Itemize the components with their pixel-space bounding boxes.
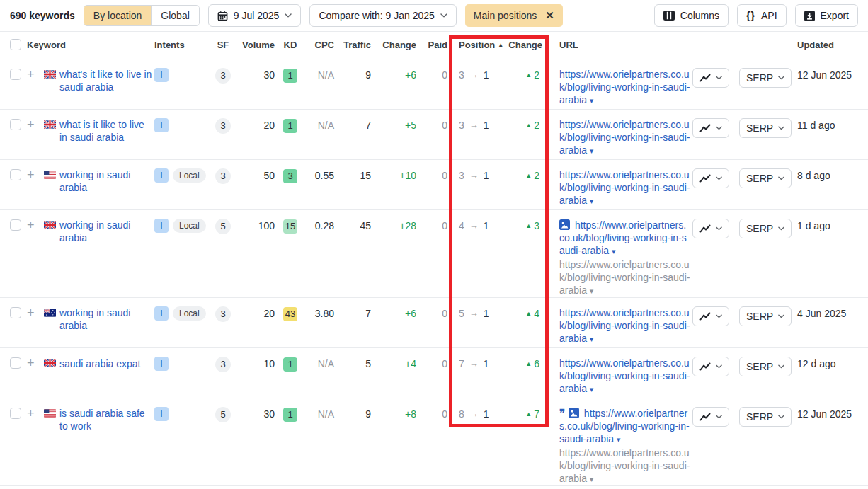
- kd-badge: 1: [283, 119, 297, 133]
- column-header-url[interactable]: URL: [559, 40, 692, 51]
- position-to: 1: [484, 407, 489, 421]
- volume-value: 10: [236, 357, 275, 371]
- traffic-value: 7: [334, 118, 371, 132]
- column-header-intents[interactable]: Intents: [154, 40, 210, 51]
- row-checkbox[interactable]: [10, 357, 21, 369]
- column-header-paid[interactable]: Paid: [416, 40, 447, 51]
- keyword-link[interactable]: working in saudi arabia: [59, 168, 154, 194]
- primary-url: ❞ https://www.orielpartners.co.uk/blog/l…: [559, 118, 691, 157]
- compare-label: Compare with: 9 Jan 2025: [319, 10, 434, 21]
- row-checkbox[interactable]: [10, 169, 21, 180]
- intents-cell: I: [154, 68, 210, 82]
- add-icon[interactable]: +: [27, 218, 35, 232]
- chevron-down-icon: [716, 314, 722, 318]
- add-icon[interactable]: +: [27, 168, 35, 182]
- add-icon[interactable]: +: [27, 306, 35, 320]
- intents-cell: ILocal: [154, 219, 210, 233]
- url-link[interactable]: https://www.orielpartners.co.uk/blog/liv…: [559, 69, 690, 105]
- export-button[interactable]: Export: [795, 4, 858, 27]
- keyword-link[interactable]: working in saudi arabia: [59, 219, 154, 244]
- intent-badge: I: [154, 168, 169, 183]
- chevron-down-icon: [285, 13, 292, 18]
- arrow-right-icon: →: [469, 407, 479, 421]
- trend-button[interactable]: [692, 168, 729, 188]
- traffic-change-value: +5: [371, 118, 416, 132]
- intents-cell: ILocal: [154, 168, 210, 183]
- chevron-down-icon: [716, 364, 722, 369]
- up-triangle-icon: ▲: [525, 407, 532, 421]
- url-link[interactable]: https://www.orielpartners.co.uk/blog/liv…: [559, 307, 690, 344]
- url-caret-icon: ▾: [612, 247, 616, 255]
- trend-icon: [699, 174, 711, 183]
- row-checkbox[interactable]: [10, 219, 21, 231]
- columns-button[interactable]: Columns: [654, 4, 729, 27]
- row-checkbox[interactable]: [10, 119, 21, 130]
- trend-button[interactable]: [692, 219, 729, 238]
- table-row: + saudi arabia expat I 3 10 1 N/A 5 +4 0…: [0, 348, 868, 398]
- global-button[interactable]: Global: [151, 6, 198, 25]
- toolbar: 690 keywords By location Global 9 Jul 20…: [0, 0, 868, 32]
- column-header-volume[interactable]: Volume: [236, 40, 275, 51]
- secondary-url[interactable]: https://www.orielpartners.co.uk/blog/liv…: [559, 258, 691, 297]
- trend-button[interactable]: [692, 68, 729, 88]
- primary-url: ❞ https://www.orielpartners.co.uk/blog/l…: [559, 68, 691, 107]
- add-icon[interactable]: +: [27, 67, 35, 81]
- keyword-link[interactable]: saudi arabia expat: [59, 357, 140, 370]
- keyword-link[interactable]: is saudi arabia safe to work: [59, 407, 154, 432]
- primary-url: ❞ https://www.orielpartners.co.uk/blog/l…: [559, 306, 691, 345]
- url-link[interactable]: https://www.orielpartners.co.uk/blog/liv…: [559, 169, 690, 206]
- api-button[interactable]: {} API: [737, 4, 786, 27]
- column-header-sf[interactable]: SF: [210, 40, 236, 51]
- add-icon[interactable]: +: [27, 117, 35, 132]
- table-row: + working in saudi arabia ILocal 5 100 1…: [0, 210, 868, 298]
- trend-button[interactable]: [692, 407, 729, 427]
- intents-cell: I: [154, 118, 210, 132]
- column-header-position[interactable]: Position ▲: [447, 40, 508, 51]
- compare-with-button[interactable]: Compare with: 9 Jan 2025: [309, 4, 456, 27]
- column-header-position-change[interactable]: Change: [508, 40, 542, 51]
- keyword-link[interactable]: what's it like to live in saudi arabia: [59, 68, 154, 93]
- row-checkbox[interactable]: [10, 69, 21, 80]
- column-header-updated[interactable]: Updated: [779, 40, 854, 51]
- cpc-value: 0.55: [306, 168, 334, 183]
- date-picker-button[interactable]: 9 Jul 2025: [208, 4, 302, 27]
- row-checkbox[interactable]: [10, 408, 21, 419]
- kd-badge: 43: [283, 307, 297, 321]
- keyword-link[interactable]: working in saudi arabia: [59, 306, 154, 332]
- traffic-value: 15: [334, 168, 371, 183]
- trend-button[interactable]: [692, 357, 729, 376]
- cpc-value: 0.28: [306, 219, 334, 233]
- secondary-url[interactable]: https://www.orielpartners.co.uk/blog/liv…: [559, 447, 691, 485]
- position-from: 8: [459, 407, 464, 421]
- arrow-right-icon: →: [469, 68, 479, 82]
- keywords-count: 690 keywords: [10, 10, 75, 21]
- kd-badge: 15: [283, 219, 297, 234]
- url-link[interactable]: https://www.orielpartners.co.uk/blog/liv…: [559, 219, 687, 256]
- main-positions-filter-chip[interactable]: Main positions ✕: [465, 4, 563, 27]
- intent-badge: I: [154, 118, 169, 132]
- position-change-value: 4: [534, 306, 539, 321]
- keyword-link[interactable]: what is it like to live in saudi arabia: [59, 118, 154, 144]
- column-header-traffic[interactable]: Traffic: [334, 40, 371, 51]
- url-link[interactable]: https://www.orielpartners.co.uk/blog/liv…: [559, 119, 690, 156]
- column-header-change[interactable]: Change: [371, 40, 416, 51]
- intent-badge: I: [154, 407, 169, 421]
- trend-button[interactable]: [692, 118, 729, 138]
- close-icon[interactable]: ✕: [545, 9, 554, 22]
- position-cell: 5 → 1: [447, 306, 508, 321]
- position-change-value: 2: [534, 68, 539, 82]
- column-header-cpc[interactable]: CPC: [306, 40, 334, 51]
- position-change-cell: ▲ 6: [508, 357, 542, 371]
- volume-value: 30: [236, 407, 275, 421]
- url-link[interactable]: https://www.orielpartners.co.uk/blog/liv…: [559, 357, 690, 394]
- add-icon[interactable]: +: [27, 406, 35, 420]
- updated-value: 11 d ago: [779, 118, 854, 132]
- column-header-kd[interactable]: KD: [275, 40, 306, 51]
- add-icon[interactable]: +: [27, 356, 35, 370]
- kd-badge: 1: [283, 408, 297, 422]
- row-checkbox[interactable]: [10, 307, 21, 318]
- column-header-keyword[interactable]: Keyword: [27, 40, 154, 51]
- trend-button[interactable]: [692, 306, 729, 326]
- by-location-button[interactable]: By location: [84, 6, 151, 25]
- select-all-checkbox[interactable]: [10, 39, 21, 50]
